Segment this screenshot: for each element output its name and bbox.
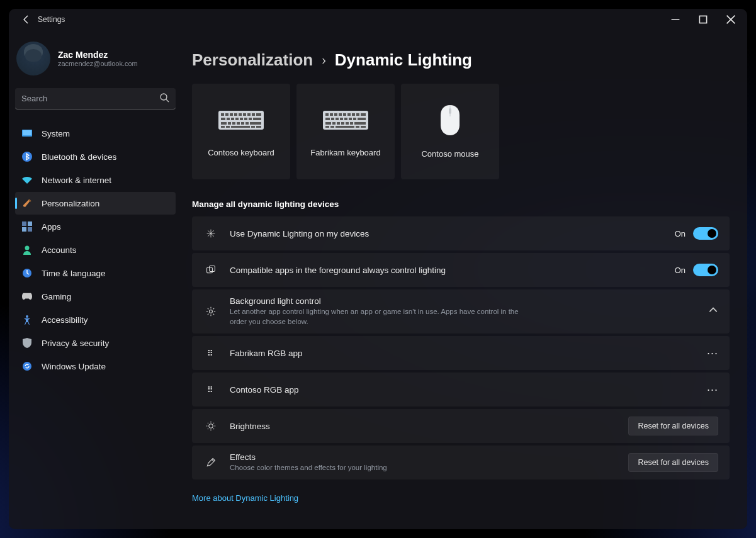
svg-point-12 xyxy=(23,362,31,371)
drag-handle-icon[interactable]: ⠿ xyxy=(203,385,218,395)
svg-rect-53 xyxy=(325,118,330,120)
toggle-state-label: On xyxy=(675,229,685,238)
chevron-right-icon: › xyxy=(322,53,326,67)
row-use-dynamic-lighting[interactable]: Use Dynamic Lighting on my devices On xyxy=(192,216,730,250)
row-compatible-apps[interactable]: Compatible apps in the foreground always… xyxy=(192,253,730,287)
svg-rect-24 xyxy=(227,118,230,120)
sidebar-item-label: Personalization xyxy=(42,199,99,208)
search-box[interactable] xyxy=(15,88,176,109)
toggle-switch[interactable] xyxy=(693,227,718,240)
svg-rect-20 xyxy=(247,113,251,116)
sidebar-item-privacy[interactable]: Privacy & security xyxy=(15,332,176,354)
more-button[interactable]: ··· xyxy=(707,347,718,360)
avatar xyxy=(16,42,50,76)
toggle-state-label: On xyxy=(675,266,685,275)
window-controls xyxy=(662,11,745,28)
device-tile-keyboard-contoso[interactable]: Contoso keyboard xyxy=(192,84,290,179)
sidebar-item-personalization[interactable]: Personalization xyxy=(15,192,176,215)
svg-rect-54 xyxy=(331,118,334,120)
keyboard-icon xyxy=(218,106,264,134)
clock-globe-icon xyxy=(21,267,33,279)
row-effects[interactable]: Effects Choose color themes and effects … xyxy=(192,446,730,479)
bluetooth-icon xyxy=(21,151,33,162)
row-brightness[interactable]: Brightness Reset for all devices xyxy=(192,409,730,443)
device-tile-label: Fabrikam keyboard xyxy=(310,148,380,157)
pen-icon xyxy=(203,457,218,468)
device-tile-mouse-contoso[interactable]: Contoso mouse xyxy=(401,84,499,179)
svg-rect-29 xyxy=(249,118,252,120)
svg-rect-6 xyxy=(28,221,32,226)
device-tile-keyboard-fabrikam[interactable]: Fabrikam keyboard xyxy=(296,84,395,179)
sidebar-item-label: Gaming xyxy=(42,292,71,301)
search-input[interactable] xyxy=(21,94,159,103)
close-button[interactable] xyxy=(717,11,745,28)
svg-rect-47 xyxy=(339,113,342,116)
sidebar-item-label: Apps xyxy=(42,222,61,232)
wifi-icon xyxy=(21,174,33,186)
back-button[interactable] xyxy=(16,11,37,28)
row-title: Brightness xyxy=(230,422,270,431)
sidebar-item-update[interactable]: Windows Update xyxy=(15,355,176,378)
svg-rect-65 xyxy=(346,122,349,125)
sidebar-item-network[interactable]: Network & internet xyxy=(15,169,176,191)
svg-rect-44 xyxy=(325,113,329,116)
gear-icon xyxy=(203,306,218,317)
minimize-button[interactable] xyxy=(662,11,689,28)
row-description: Let another app control lighting when an… xyxy=(230,307,532,327)
svg-rect-48 xyxy=(343,113,346,116)
row-background-light-control[interactable]: Background light control Let another app… xyxy=(192,289,730,333)
breadcrumb-parent[interactable]: Personalization xyxy=(192,50,313,70)
sidebar-item-system[interactable]: System xyxy=(15,122,176,145)
more-about-link[interactable]: More about Dynamic Lighting xyxy=(192,493,298,503)
sidebar-item-label: Bluetooth & devices xyxy=(42,152,116,162)
svg-rect-57 xyxy=(344,118,347,120)
svg-rect-64 xyxy=(341,122,344,125)
apps-icon xyxy=(21,221,33,232)
svg-rect-22 xyxy=(256,113,261,116)
svg-rect-58 xyxy=(349,118,352,120)
sidebar-item-label: Accounts xyxy=(42,245,77,255)
svg-rect-71 xyxy=(356,126,359,128)
svg-rect-42 xyxy=(256,126,261,128)
svg-rect-70 xyxy=(336,126,354,128)
reset-brightness-button[interactable]: Reset for all devices xyxy=(628,417,718,435)
user-name: Zac Mendez xyxy=(58,50,138,60)
svg-rect-68 xyxy=(325,126,329,128)
app-title: Settings xyxy=(38,15,65,24)
svg-rect-32 xyxy=(228,122,231,125)
svg-point-11 xyxy=(26,315,28,318)
row-title: Use Dynamic Lighting on my devices xyxy=(230,229,369,238)
device-tile-label: Contoso keyboard xyxy=(208,148,274,157)
row-title: Compatible apps in the foreground always… xyxy=(230,266,446,275)
sidebar-item-apps[interactable]: Apps xyxy=(15,215,176,238)
row-app-contoso[interactable]: ⠿ Contoso RGB app ··· xyxy=(192,373,730,406)
sidebar-item-accounts[interactable]: Accounts xyxy=(15,238,176,261)
chevron-up-icon[interactable] xyxy=(708,305,718,318)
sidebar-item-label: Network & internet xyxy=(42,176,111,185)
paintbrush-icon xyxy=(21,198,33,209)
sidebar-item-bluetooth[interactable]: Bluetooth & devices xyxy=(15,145,176,168)
toggle-compatible-apps[interactable]: On xyxy=(675,264,718,276)
sidebar-item-accessibility[interactable]: Accessibility xyxy=(15,308,176,331)
svg-rect-5 xyxy=(22,221,26,226)
svg-rect-63 xyxy=(337,122,340,125)
maximize-button[interactable] xyxy=(689,11,717,28)
mouse-icon xyxy=(439,105,461,135)
sidebar-item-gaming[interactable]: Gaming xyxy=(15,285,176,308)
person-icon xyxy=(21,244,33,255)
row-app-fabrikam[interactable]: ⠿ Fabrikam RGB app ··· xyxy=(192,336,730,370)
app-name: Fabrikam RGB app xyxy=(230,349,303,358)
sidebar-item-time[interactable]: Time & language xyxy=(15,262,176,284)
svg-rect-56 xyxy=(340,118,343,120)
svg-rect-27 xyxy=(240,118,243,120)
toggle-use-lighting[interactable]: On xyxy=(675,227,718,240)
reset-effects-button[interactable]: Reset for all devices xyxy=(628,453,718,472)
drag-handle-icon[interactable]: ⠿ xyxy=(203,349,218,358)
user-profile[interactable]: Zac Mendez zacmendez@outlook.com xyxy=(15,36,176,86)
svg-rect-7 xyxy=(22,227,26,232)
more-button[interactable]: ··· xyxy=(707,383,718,396)
svg-rect-51 xyxy=(356,113,359,116)
svg-point-1 xyxy=(161,94,167,100)
toggle-switch[interactable] xyxy=(693,264,718,276)
brightness-icon xyxy=(203,421,218,431)
